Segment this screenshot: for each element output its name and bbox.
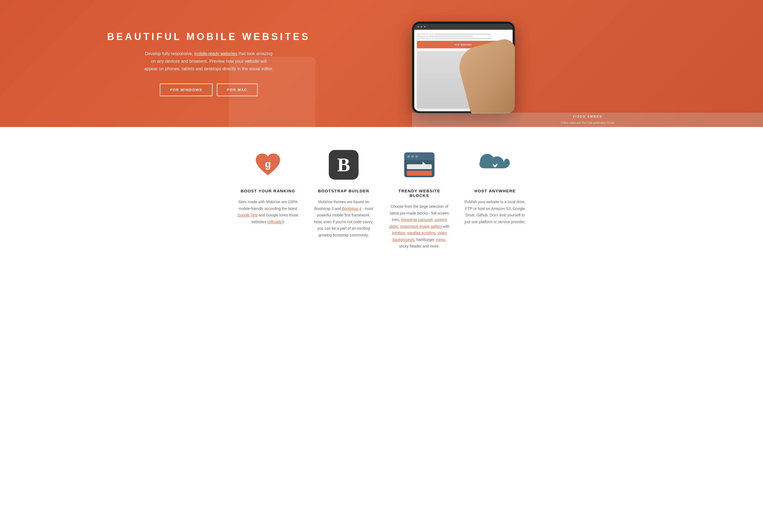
hero-title: BEAUTIFUL MOBILE WEBSITES: [27, 31, 390, 43]
svg-text:g: g: [265, 159, 271, 170]
host-title: HOST ANYWHERE: [475, 189, 516, 193]
officially-link[interactable]: officially: [269, 220, 282, 224]
phone-mockup: MOBIRISE WEBSITE BUILDER FOR WINDOWS: [412, 22, 515, 114]
blocks-title: TRENDY WEBSITE BLOCKS: [388, 189, 451, 198]
boost-title: BOOST YOUR RANKING: [241, 189, 295, 193]
svg-rect-3: [404, 158, 434, 160]
phone-dot-2: [421, 26, 422, 28]
hero-bottom-bar: VIDEO EMBED Online video and YouTube par…: [412, 113, 763, 127]
host-desc: Publish your website to a local drive, F…: [464, 199, 526, 225]
hero-description: Develop fully responsive, mobile-ready w…: [144, 50, 273, 73]
svg-point-5: [411, 155, 414, 158]
windows-button[interactable]: FOR WINDOWS: [160, 83, 212, 96]
bootstrap4-link[interactable]: Bootstrap 4: [342, 207, 362, 211]
lightbox-link[interactable]: lightbox: [392, 231, 405, 235]
phone-screen-header: [414, 24, 513, 30]
video-embed-text: Online video and YouTube particularly is…: [417, 121, 758, 125]
blocks-icon: [403, 148, 436, 181]
svg-rect-11: [493, 165, 497, 166]
bootstrap-logo: B: [329, 150, 359, 180]
svg-point-4: [407, 155, 410, 158]
features-section: g BOOST YOUR RANKING Sites made with Mob…: [0, 127, 763, 266]
feature-host: HOST ANYWHERE Publish your website to a …: [457, 148, 533, 250]
hero-image-side: MOBIRISE WEBSITE BUILDER FOR WINDOWS: [412, 14, 763, 114]
browser-blocks-icon: [403, 151, 436, 178]
feature-blocks: TRENDY WEBSITE BLOCKS Choose from the la…: [382, 148, 457, 250]
mac-button[interactable]: FOR MAC: [217, 83, 258, 96]
video-embed-label: VIDEO EMBED: [417, 115, 758, 118]
video-embed-line: [584, 119, 592, 120]
bootstrap-carousel-link[interactable]: bootstrap carousel: [401, 218, 432, 222]
parallax-link[interactable]: parallax scrolling: [407, 231, 435, 235]
blocks-desc: Choose from the large selection of lates…: [388, 203, 451, 250]
hero-desc-link[interactable]: mobile-ready websites: [194, 51, 237, 56]
svg-rect-8: [407, 164, 432, 169]
boost-icon: g: [252, 148, 284, 181]
bootstrap-desc: Mobirise themes are based on Bootstrap 3…: [312, 199, 375, 238]
cloud-upload-icon: [479, 151, 511, 179]
heart-google-icon: g: [253, 151, 283, 178]
svg-point-6: [415, 155, 418, 158]
svg-rect-9: [407, 171, 432, 176]
phone-brand: MOBIRISE WEBSITE BUILDER: [420, 29, 437, 42]
hero-section: BEAUTIFUL MOBILE WEBSITES Develop fully …: [0, 0, 763, 127]
google-test-link[interactable]: Google Test: [237, 213, 258, 217]
menu-link[interactable]: menu: [436, 237, 445, 242]
boost-desc: Sites made with Mobirise are 100% mobile…: [237, 199, 299, 225]
hero-desc-text1: Develop fully responsive,: [145, 51, 194, 56]
host-icon: [479, 148, 511, 181]
feature-bootstrap: B BOOTSTRAP BUILDER Mobirise themes are …: [306, 148, 382, 250]
phone-dot-1: [417, 26, 419, 28]
responsive-gallery-link[interactable]: responsive image gallery: [400, 224, 442, 228]
feature-boost: g BOOST YOUR RANKING Sites made with Mob…: [230, 148, 306, 250]
bootstrap-icon: B: [327, 148, 360, 181]
phone-dot-3: [424, 26, 426, 28]
hero-buttons: FOR WINDOWS FOR MAC: [27, 83, 390, 96]
hero-content: BEAUTIFUL MOBILE WEBSITES Develop fully …: [0, 15, 412, 112]
bootstrap-title: BOOTSTRAP BUILDER: [318, 189, 369, 193]
